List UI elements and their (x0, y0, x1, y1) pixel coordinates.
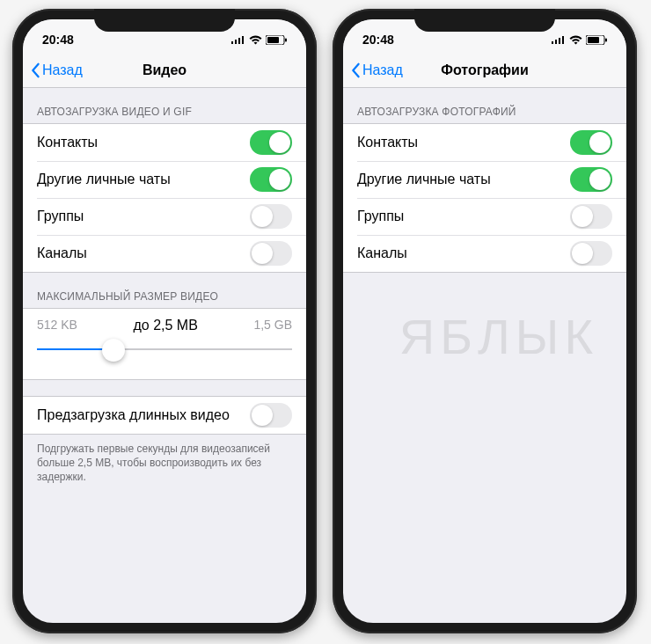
autoload-video-header: АВТОЗАГРУЗКА ВИДЕО И GIF (23, 88, 306, 123)
switch-channels[interactable] (570, 241, 612, 266)
slider-max-label: 1,5 GB (253, 318, 292, 333)
notch (414, 9, 555, 32)
max-size-header: МАКСИМАЛЬНЫЙ РАЗМЕР ВИДЕО (23, 273, 306, 308)
chevron-left-icon (30, 62, 40, 78)
row-private-chats: Другие личные чаты (23, 161, 306, 198)
row-channels: Каналы (23, 235, 306, 272)
wifi-icon (569, 35, 582, 45)
status-time: 20:48 (42, 33, 74, 47)
row-contacts: Контакты (23, 124, 306, 161)
slider-value-label: до 2,5 MB (133, 318, 197, 333)
switch-preload[interactable] (250, 403, 292, 428)
screen-left: 20:48 Назад Видео АВТОЗАГРУЗКА ВИДЕО И G… (23, 19, 306, 623)
svg-rect-13 (605, 38, 607, 41)
svg-rect-12 (588, 37, 599, 43)
svg-rect-7 (552, 41, 553, 44)
status-time: 20:48 (362, 33, 394, 47)
svg-rect-6 (285, 38, 287, 41)
row-groups: Группы (343, 198, 626, 235)
autoload-video-group: Контакты Другие личные чаты Группы Канал… (23, 123, 306, 273)
slider-min-label: 512 KB (37, 318, 77, 333)
status-icons (231, 35, 287, 45)
notch (94, 9, 235, 32)
signal-icon (552, 35, 566, 44)
svg-rect-8 (555, 40, 557, 44)
row-preload: Предзагрузка длинных видео (23, 397, 306, 434)
row-label: Контакты (37, 135, 98, 150)
size-slider[interactable] (37, 339, 292, 360)
row-label: Группы (357, 209, 404, 224)
svg-rect-3 (242, 36, 244, 44)
switch-private-chats[interactable] (570, 167, 612, 192)
row-groups: Группы (23, 198, 306, 235)
row-label: Каналы (37, 245, 87, 261)
autoload-photos-group: Контакты Другие личные чаты Группы Канал… (343, 123, 626, 273)
wifi-icon (249, 35, 262, 45)
chevron-left-icon (350, 62, 361, 78)
row-label: Предзагрузка длинных видео (37, 407, 230, 423)
row-private-chats: Другие личные чаты (343, 161, 626, 198)
slider-thumb[interactable] (102, 339, 125, 362)
autoload-photos-header: АВТОЗАГРУЗКА ФОТОГРАФИЙ (343, 88, 626, 123)
svg-rect-10 (562, 36, 564, 44)
phone-frame-right: 20:48 Назад Фотографии АВТОЗАГРУЗКА ФОТО… (333, 9, 637, 633)
row-label: Другие личные чаты (37, 172, 171, 187)
battery-icon (586, 35, 607, 45)
row-channels: Каналы (343, 235, 626, 272)
back-button[interactable]: Назад (350, 62, 403, 78)
phone-frame-left: 20:48 Назад Видео АВТОЗАГРУЗКА ВИДЕО И G… (12, 9, 317, 633)
nav-bar: Назад Фотографии (343, 53, 626, 88)
status-icons (552, 35, 607, 45)
row-label: Контакты (357, 135, 418, 150)
preload-group: Предзагрузка длинных видео (23, 396, 306, 435)
screen-right: 20:48 Назад Фотографии АВТОЗАГРУЗКА ФОТО… (343, 19, 626, 623)
back-button[interactable]: Назад (30, 62, 83, 78)
max-size-slider-box: 512 KB до 2,5 MB 1,5 GB (23, 308, 306, 380)
battery-icon (266, 35, 287, 45)
row-label: Группы (37, 209, 84, 224)
row-label: Каналы (357, 245, 407, 261)
svg-rect-9 (559, 38, 560, 44)
back-label: Назад (362, 62, 403, 78)
svg-rect-0 (231, 41, 233, 44)
row-label: Другие личные чаты (357, 172, 491, 187)
nav-bar: Назад Видео (23, 53, 306, 88)
back-label: Назад (42, 62, 83, 78)
svg-rect-1 (235, 40, 237, 44)
switch-private-chats[interactable] (250, 167, 292, 192)
svg-rect-2 (238, 38, 240, 44)
switch-channels[interactable] (250, 241, 292, 266)
switch-contacts[interactable] (250, 130, 292, 155)
signal-icon (231, 35, 245, 44)
switch-groups[interactable] (570, 204, 612, 229)
switch-groups[interactable] (250, 204, 292, 229)
switch-contacts[interactable] (570, 130, 612, 155)
preload-footer: Подгружать первые секунды для видеозапис… (23, 435, 306, 485)
svg-rect-5 (267, 37, 279, 43)
row-contacts: Контакты (343, 124, 626, 161)
